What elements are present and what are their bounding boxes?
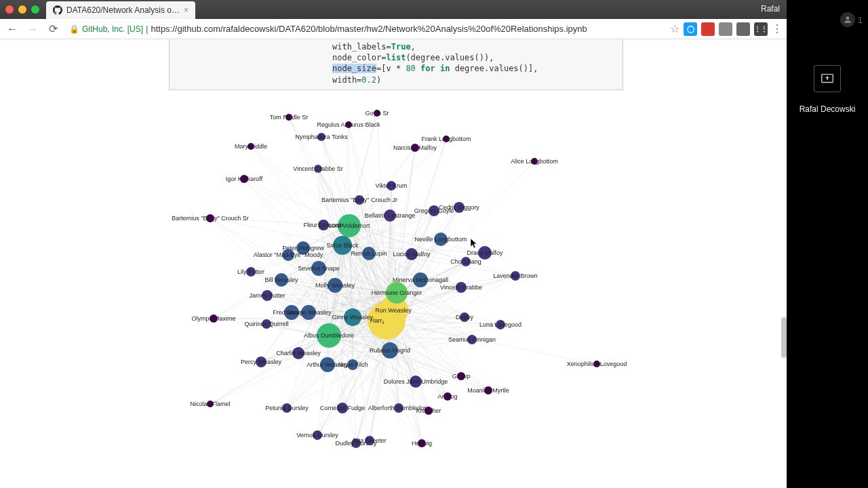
reload-button[interactable]: ⟳ <box>45 21 61 37</box>
svg-line-277 <box>251 272 397 293</box>
maximize-window-button[interactable] <box>31 5 39 14</box>
graph-node <box>338 214 361 237</box>
svg-line-397 <box>244 179 342 245</box>
extension-icon-5[interactable]: ⋮⋮ <box>754 22 768 36</box>
graph-node <box>382 342 398 359</box>
svg-line-401 <box>391 186 397 293</box>
svg-line-321 <box>353 317 370 441</box>
svg-line-269 <box>267 293 397 296</box>
svg-line-419 <box>210 218 353 317</box>
svg-line-276 <box>251 272 393 310</box>
graph-node <box>345 121 352 128</box>
browser-toolbar: ← → ⟳ 🔒 GitHub, Inc. [US] | https://gith… <box>0 19 787 39</box>
menu-icon[interactable]: ⋮ <box>772 22 783 35</box>
svg-line-245 <box>390 340 472 350</box>
titlebar: DATA620/Network Analysis o… × Rafal <box>0 0 787 19</box>
minimize-window-button[interactable] <box>18 5 26 14</box>
graph-node <box>484 386 492 394</box>
forward-button[interactable]: → <box>24 21 41 37</box>
svg-line-415 <box>210 218 387 321</box>
back-button[interactable]: ← <box>4 21 20 37</box>
graph-node <box>248 143 254 150</box>
side-panel: 1 Rafal Decowski <box>787 0 868 488</box>
address-bar[interactable]: 🔒 GitHub, Inc. [US] | https://github.com… <box>65 21 666 37</box>
svg-line-384 <box>289 117 342 245</box>
lock-icon: 🔒 <box>69 24 79 34</box>
graph-node <box>406 248 418 260</box>
graph-node <box>296 241 310 255</box>
svg-line-315 <box>353 317 356 443</box>
graph-node <box>292 347 304 359</box>
browser-tab[interactable]: DATA620/Network Analysis o… × <box>46 1 195 19</box>
scrollbar-thumb[interactable] <box>781 317 787 358</box>
window-controls <box>5 5 39 14</box>
graph-node <box>418 439 426 447</box>
graph-node <box>365 436 374 445</box>
svg-line-30 <box>349 226 397 293</box>
svg-line-386 <box>251 146 349 226</box>
page-content: with_labels=True, node_color=list(degree… <box>0 39 787 488</box>
graph-node <box>429 205 439 216</box>
graph-node <box>413 272 428 287</box>
svg-line-236 <box>353 262 466 317</box>
svg-line-314 <box>329 336 356 443</box>
svg-line-17 <box>349 226 397 293</box>
svg-line-347 <box>390 350 488 390</box>
svg-line-162 <box>329 336 416 382</box>
svg-line-248 <box>397 293 500 325</box>
close-window-button[interactable] <box>5 5 14 14</box>
graph-node <box>246 267 256 277</box>
svg-line-40 <box>342 245 353 317</box>
code-cell[interactable]: with_labels=True, node_color=list(degree… <box>169 39 623 90</box>
graph-node <box>467 335 477 344</box>
participant-card[interactable]: Rafal Decowski <box>792 65 863 114</box>
svg-line-212 <box>342 245 461 287</box>
svg-line-335 <box>390 350 422 443</box>
graph-node <box>318 220 329 230</box>
svg-line-373 <box>321 137 349 226</box>
graph-node <box>387 181 396 190</box>
svg-line-249 <box>329 325 500 336</box>
svg-line-182 <box>298 350 390 353</box>
participant-count[interactable]: 1 <box>840 12 863 27</box>
profile-name[interactable]: Rafal <box>761 4 780 14</box>
svg-line-376 <box>349 125 397 293</box>
svg-line-94 <box>353 253 369 317</box>
ssl-org: GitHub, Inc. [US] <box>82 24 143 34</box>
graph-node <box>456 282 467 293</box>
svg-line-301 <box>287 336 329 408</box>
svg-line-368 <box>397 148 415 293</box>
graph-node <box>454 202 465 213</box>
graph-node <box>284 305 299 320</box>
graph-node <box>374 110 380 117</box>
svg-line-320 <box>329 336 370 441</box>
svg-line-304 <box>287 350 390 408</box>
graph-node <box>320 357 335 372</box>
graph-node <box>282 249 294 261</box>
svg-line-322 <box>370 350 390 441</box>
svg-line-333 <box>329 336 422 443</box>
graph-node <box>511 271 520 281</box>
svg-line-329 <box>390 350 399 408</box>
graph-node <box>285 114 292 121</box>
url-text: https://github.com/rafaldecowski/DATA620… <box>151 24 587 34</box>
graph-node <box>443 136 450 142</box>
person-icon <box>840 12 855 27</box>
svg-line-123 <box>349 226 441 239</box>
svg-line-169 <box>288 255 397 293</box>
extension-icon-2[interactable] <box>701 22 715 36</box>
graph-node <box>425 407 433 415</box>
extension-icon-4[interactable] <box>736 22 750 36</box>
star-icon[interactable]: ☆ <box>670 22 679 35</box>
svg-line-316 <box>356 350 390 443</box>
svg-line-421 <box>214 319 329 336</box>
tab-close-button[interactable]: × <box>184 5 189 15</box>
graph-node <box>337 403 348 413</box>
svg-line-369 <box>349 148 415 226</box>
svg-line-113 <box>393 253 485 310</box>
extension-icon-3[interactable] <box>719 22 732 36</box>
svg-line-380 <box>349 113 377 226</box>
graph-node <box>282 403 292 413</box>
graph-node <box>531 158 538 165</box>
extension-icon-1[interactable]: ◯ <box>684 22 697 36</box>
